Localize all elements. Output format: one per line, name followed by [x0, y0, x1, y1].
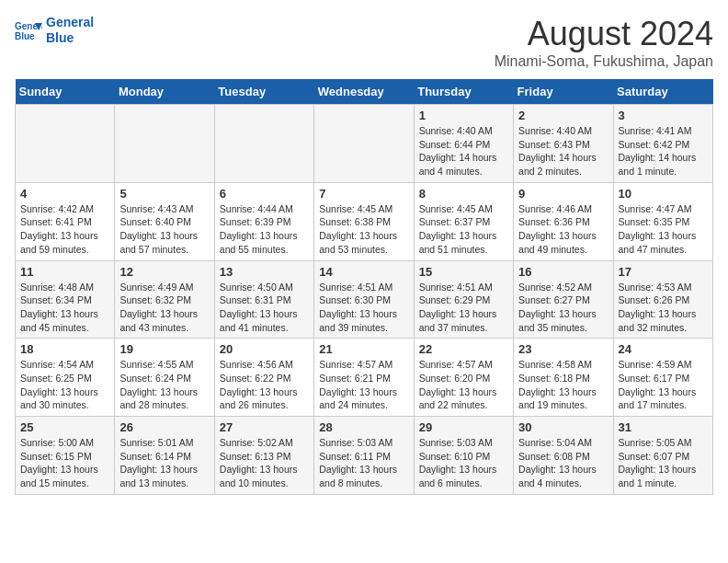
day-info: Sunrise: 4:53 AMSunset: 6:26 PMDaylight:… [619, 281, 708, 335]
day-number: 5 [119, 187, 209, 201]
day-cell: 21Sunrise: 4:57 AMSunset: 6:21 PMDayligh… [314, 339, 414, 417]
day-number: 23 [518, 342, 608, 356]
day-info: Sunrise: 4:49 AMSunset: 6:32 PMDaylight:… [119, 281, 209, 335]
day-info: Sunrise: 4:43 AMSunset: 6:40 PMDaylight:… [119, 202, 209, 257]
day-number: 30 [518, 420, 608, 434]
svg-text:Blue: Blue [15, 31, 35, 41]
day-cell: 28Sunrise: 5:03 AMSunset: 6:11 PMDayligh… [314, 417, 414, 495]
day-number: 18 [20, 342, 109, 356]
day-cell: 24Sunrise: 4:59 AMSunset: 6:17 PMDayligh… [613, 339, 712, 417]
day-info: Sunrise: 4:57 AMSunset: 6:20 PMDaylight:… [419, 358, 508, 412]
day-cell: 2Sunrise: 4:40 AMSunset: 6:43 PMDaylight… [514, 105, 613, 183]
day-number: 7 [319, 187, 408, 201]
header-saturday: Saturday [613, 79, 712, 105]
day-info: Sunrise: 4:47 AMSunset: 6:35 PMDaylight:… [619, 202, 708, 257]
day-info: Sunrise: 5:02 AMSunset: 6:13 PMDaylight:… [220, 436, 309, 490]
day-cell: 15Sunrise: 4:51 AMSunset: 6:29 PMDayligh… [414, 260, 513, 339]
day-info: Sunrise: 5:05 AMSunset: 6:07 PMDaylight:… [619, 436, 708, 490]
day-number: 9 [518, 187, 608, 201]
day-info: Sunrise: 5:04 AMSunset: 6:08 PMDaylight:… [518, 436, 608, 490]
day-cell: 10Sunrise: 4:47 AMSunset: 6:35 PMDayligh… [613, 182, 712, 260]
day-cell: 14Sunrise: 4:51 AMSunset: 6:30 PMDayligh… [314, 260, 414, 339]
day-cell: 3Sunrise: 4:41 AMSunset: 6:42 PMDaylight… [613, 105, 712, 183]
logo-line2: Blue [46, 30, 74, 45]
header-wednesday: Wednesday [314, 79, 414, 105]
week-row-2: 4Sunrise: 4:42 AMSunset: 6:41 PMDaylight… [16, 182, 713, 260]
day-cell [16, 105, 115, 183]
day-cell: 29Sunrise: 5:03 AMSunset: 6:10 PMDayligh… [414, 417, 513, 495]
logo-icon: General Blue [15, 19, 42, 41]
day-number: 6 [220, 187, 309, 201]
day-number: 12 [119, 265, 209, 279]
day-number: 15 [419, 265, 508, 279]
day-cell: 13Sunrise: 4:50 AMSunset: 6:31 PMDayligh… [214, 260, 313, 339]
day-cell: 16Sunrise: 4:52 AMSunset: 6:27 PMDayligh… [514, 260, 613, 339]
day-info: Sunrise: 4:45 AMSunset: 6:37 PMDaylight:… [419, 202, 508, 257]
day-info: Sunrise: 5:01 AMSunset: 6:14 PMDaylight:… [119, 436, 209, 490]
day-info: Sunrise: 4:48 AMSunset: 6:34 PMDaylight:… [20, 281, 109, 335]
day-number: 19 [119, 342, 209, 356]
day-info: Sunrise: 4:40 AMSunset: 6:44 PMDaylight:… [419, 124, 508, 178]
day-number: 8 [419, 187, 508, 201]
day-info: Sunrise: 4:58 AMSunset: 6:18 PMDaylight:… [518, 358, 608, 412]
day-cell: 26Sunrise: 5:01 AMSunset: 6:14 PMDayligh… [115, 417, 214, 495]
day-info: Sunrise: 4:44 AMSunset: 6:39 PMDaylight:… [220, 202, 309, 257]
main-title: August 2024 [495, 15, 713, 53]
day-number: 26 [119, 420, 209, 434]
day-cell: 17Sunrise: 4:53 AMSunset: 6:26 PMDayligh… [613, 260, 712, 339]
header-friday: Friday [514, 79, 613, 105]
header-monday: Monday [115, 79, 214, 105]
day-info: Sunrise: 4:52 AMSunset: 6:27 PMDaylight:… [518, 281, 608, 335]
calendar-header-row: SundayMondayTuesdayWednesdayThursdayFrid… [16, 79, 713, 105]
subtitle: Minami-Soma, Fukushima, Japan [495, 53, 713, 70]
day-cell: 23Sunrise: 4:58 AMSunset: 6:18 PMDayligh… [514, 339, 613, 417]
day-cell: 19Sunrise: 4:55 AMSunset: 6:24 PMDayligh… [115, 339, 214, 417]
day-info: Sunrise: 4:54 AMSunset: 6:25 PMDaylight:… [20, 358, 109, 412]
day-number: 16 [518, 265, 608, 279]
day-info: Sunrise: 4:56 AMSunset: 6:22 PMDaylight:… [220, 358, 309, 412]
day-cell: 12Sunrise: 4:49 AMSunset: 6:32 PMDayligh… [115, 260, 214, 339]
day-info: Sunrise: 4:41 AMSunset: 6:42 PMDaylight:… [619, 124, 708, 178]
header-thursday: Thursday [414, 79, 513, 105]
day-number: 21 [319, 342, 408, 356]
day-info: Sunrise: 4:50 AMSunset: 6:31 PMDaylight:… [220, 281, 309, 335]
logo: General Blue General Blue [15, 15, 94, 46]
day-number: 17 [619, 265, 708, 279]
day-number: 14 [319, 265, 408, 279]
day-number: 25 [20, 420, 109, 434]
day-cell [214, 105, 313, 183]
day-cell: 31Sunrise: 5:05 AMSunset: 6:07 PMDayligh… [613, 417, 712, 495]
day-number: 11 [20, 265, 109, 279]
day-number: 27 [220, 420, 309, 434]
header-tuesday: Tuesday [214, 79, 313, 105]
day-info: Sunrise: 4:55 AMSunset: 6:24 PMDaylight:… [119, 358, 209, 412]
day-info: Sunrise: 5:03 AMSunset: 6:11 PMDaylight:… [319, 436, 408, 490]
calendar-body: 1Sunrise: 4:40 AMSunset: 6:44 PMDaylight… [16, 105, 713, 495]
day-number: 3 [619, 109, 708, 122]
calendar-table: SundayMondayTuesdayWednesdayThursdayFrid… [15, 79, 713, 495]
day-number: 28 [319, 420, 408, 434]
week-row-3: 11Sunrise: 4:48 AMSunset: 6:34 PMDayligh… [16, 260, 713, 339]
day-number: 20 [220, 342, 309, 356]
day-info: Sunrise: 4:51 AMSunset: 6:30 PMDaylight:… [319, 281, 408, 335]
day-cell: 9Sunrise: 4:46 AMSunset: 6:36 PMDaylight… [514, 182, 613, 260]
week-row-5: 25Sunrise: 5:00 AMSunset: 6:15 PMDayligh… [16, 417, 713, 495]
day-number: 2 [518, 109, 608, 122]
week-row-1: 1Sunrise: 4:40 AMSunset: 6:44 PMDaylight… [16, 105, 713, 183]
day-info: Sunrise: 4:40 AMSunset: 6:43 PMDaylight:… [518, 124, 608, 178]
day-number: 29 [419, 420, 508, 434]
day-cell: 30Sunrise: 5:04 AMSunset: 6:08 PMDayligh… [514, 417, 613, 495]
day-cell: 18Sunrise: 4:54 AMSunset: 6:25 PMDayligh… [16, 339, 115, 417]
day-info: Sunrise: 4:59 AMSunset: 6:17 PMDaylight:… [619, 358, 708, 412]
day-cell: 27Sunrise: 5:02 AMSunset: 6:13 PMDayligh… [214, 417, 313, 495]
day-cell: 7Sunrise: 4:45 AMSunset: 6:38 PMDaylight… [314, 182, 414, 260]
day-info: Sunrise: 5:03 AMSunset: 6:10 PMDaylight:… [419, 436, 508, 490]
day-number: 1 [419, 109, 508, 122]
day-cell: 6Sunrise: 4:44 AMSunset: 6:39 PMDaylight… [214, 182, 313, 260]
day-number: 24 [619, 342, 708, 356]
week-row-4: 18Sunrise: 4:54 AMSunset: 6:25 PMDayligh… [16, 339, 713, 417]
day-cell: 8Sunrise: 4:45 AMSunset: 6:37 PMDaylight… [414, 182, 513, 260]
title-area: August 2024 Minami-Soma, Fukushima, Japa… [495, 15, 713, 70]
day-cell: 5Sunrise: 4:43 AMSunset: 6:40 PMDaylight… [115, 182, 214, 260]
day-info: Sunrise: 4:57 AMSunset: 6:21 PMDaylight:… [319, 358, 408, 412]
